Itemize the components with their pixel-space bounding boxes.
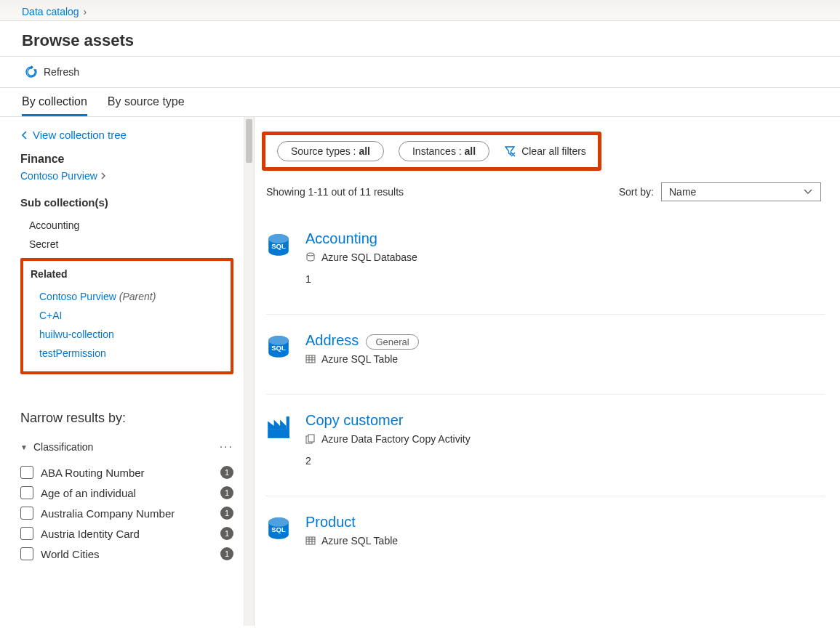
facet-name: Classification (33, 441, 93, 453)
result-title-link[interactable]: Address (305, 332, 359, 349)
results-count: Showing 1-11 out of 11 results (266, 186, 404, 198)
related-link[interactable]: Contoso Purview (39, 291, 116, 302)
refresh-icon (25, 65, 38, 78)
result-extra: 2 (305, 455, 825, 467)
refresh-button[interactable]: Refresh (22, 61, 82, 83)
filter-source-types-value: all (359, 145, 370, 157)
filter-source-types[interactable]: Source types : all (277, 141, 384, 161)
table-icon (305, 536, 316, 546)
tabs: By collection By source type (0, 88, 840, 117)
chevron-down-icon (803, 187, 813, 197)
results-list: Accounting Azure SQL Database 1 AddressG… (262, 206, 840, 576)
tab-by-collection[interactable]: By collection (22, 88, 87, 116)
table-icon (305, 354, 316, 364)
chevron-left-icon (20, 130, 28, 140)
breadcrumb: Data catalog › (22, 6, 818, 17)
copy-icon (305, 434, 316, 444)
checkbox[interactable] (20, 486, 33, 499)
checkbox[interactable] (20, 547, 33, 560)
view-tree-label: View collection tree (33, 129, 127, 141)
result-item: AddressGeneral Azure SQL Table (266, 315, 825, 395)
related-item[interactable]: testPermission (31, 344, 223, 363)
facet-classification-header[interactable]: ▼ Classification ··· (20, 438, 233, 456)
facet-count-badge: 1 (220, 507, 233, 520)
result-item: Copy customer Azure Data Factory Copy Ac… (266, 395, 825, 496)
result-title-link[interactable]: Product (305, 514, 356, 531)
sort-value: Name (669, 186, 696, 198)
factory-icon (266, 415, 291, 440)
refresh-label: Refresh (44, 66, 79, 78)
scrollbar[interactable] (244, 117, 254, 626)
filter-source-types-label: Source types : (291, 145, 356, 157)
sub-collection-item[interactable]: Secret (20, 235, 233, 254)
facet-label: ABA Routing Number (41, 467, 145, 479)
db-icon (305, 252, 316, 262)
checkbox[interactable] (20, 507, 33, 520)
collection-name: Finance (20, 153, 233, 166)
sql-icon (266, 233, 291, 258)
facet-count-badge: 1 (220, 486, 233, 499)
result-extra: 1 (305, 273, 825, 285)
facet-item[interactable]: ABA Routing Number 1 (20, 462, 233, 483)
main-panel: Source types : all Instances : all Clear… (255, 117, 840, 626)
facet-item[interactable]: Australia Company Number 1 (20, 503, 233, 523)
related-item[interactable]: C+AI (31, 306, 223, 325)
result-title-link[interactable]: Accounting (305, 230, 377, 247)
filter-instances-value: all (465, 145, 476, 157)
facet-label: Austria Identity Card (41, 528, 140, 540)
page-title: Browse assets (22, 31, 818, 50)
facet-label: Age of an individual (41, 487, 136, 499)
related-link[interactable]: C+AI (39, 310, 63, 321)
related-link[interactable]: huilwu-collection (39, 328, 114, 340)
filter-clear-icon (504, 145, 516, 157)
facet-item[interactable]: Austria Identity Card 1 (20, 523, 233, 544)
parent-collection-link[interactable]: Contoso Purview (20, 170, 97, 182)
sub-collections-heading: Sub collection(s) (20, 196, 233, 209)
facet-item[interactable]: Age of an individual 1 (20, 483, 233, 503)
related-section-highlight: Related Contoso Purview (Parent)C+AIhuil… (20, 258, 233, 374)
related-item[interactable]: Contoso Purview (Parent) (31, 287, 223, 306)
filters-bar-highlight: Source types : all Instances : all Clear… (262, 132, 601, 171)
sort-by-select[interactable]: Name (661, 182, 821, 201)
result-item: Product Azure SQL Table (266, 496, 825, 576)
sub-collection-item[interactable]: Accounting (20, 216, 233, 235)
filter-instances-label: Instances : (412, 145, 462, 157)
breadcrumb-root[interactable]: Data catalog (22, 6, 79, 17)
narrow-results-heading: Narrow results by: (20, 411, 233, 426)
clear-all-filters-button[interactable]: Clear all filters (504, 145, 586, 157)
result-type-label: Azure SQL Table (321, 535, 398, 547)
sidebar: View collection tree Finance Contoso Pur… (0, 117, 255, 626)
checkbox[interactable] (20, 466, 33, 479)
result-type-label: Azure Data Factory Copy Activity (321, 433, 471, 445)
result-type-label: Azure SQL Database (321, 251, 417, 263)
facet-count-badge: 1 (220, 466, 233, 479)
sql-icon (266, 517, 291, 541)
related-item[interactable]: huilwu-collection (31, 325, 223, 344)
related-heading: Related (31, 268, 223, 280)
related-suffix: (Parent) (116, 291, 156, 302)
sql-icon (266, 335, 291, 360)
classification-badge: General (366, 334, 418, 350)
chevron-right-icon (100, 172, 106, 180)
clear-filters-label: Clear all filters (521, 145, 586, 157)
facet-item[interactable]: World Cities 1 (20, 544, 233, 564)
facet-label: Australia Company Number (41, 507, 175, 520)
facet-count-badge: 1 (220, 527, 233, 540)
tab-by-source-type[interactable]: By source type (108, 88, 185, 116)
view-collection-tree-link[interactable]: View collection tree (20, 129, 233, 141)
related-link[interactable]: testPermission (39, 347, 106, 359)
facet-label: World Cities (41, 548, 100, 560)
result-type-label: Azure SQL Table (321, 353, 398, 365)
facet-count-badge: 1 (220, 547, 233, 560)
chevron-right-icon: › (84, 6, 87, 17)
triangle-down-icon: ▼ (20, 443, 28, 451)
result-item: Accounting Azure SQL Database 1 (266, 213, 825, 315)
sort-by-label: Sort by: (619, 186, 654, 198)
facet-more-button[interactable]: ··· (220, 440, 233, 453)
filter-instances[interactable]: Instances : all (399, 141, 489, 161)
checkbox[interactable] (20, 527, 33, 540)
result-title-link[interactable]: Copy customer (305, 412, 404, 429)
